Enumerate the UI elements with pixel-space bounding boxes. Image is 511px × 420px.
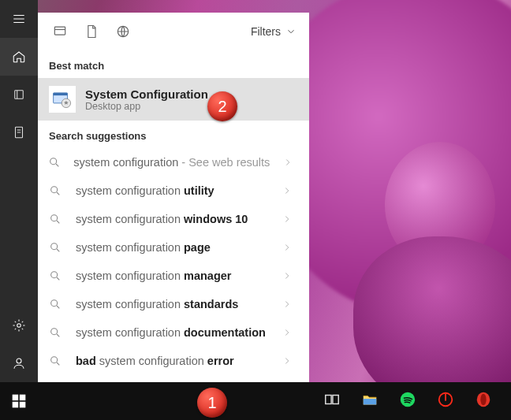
spotify-icon[interactable]: [399, 391, 416, 411]
desktop: Filters Best match System Configuration …: [0, 0, 511, 420]
annotation-badge-2: 2: [207, 91, 237, 121]
suggestion-text: system configuration standards: [76, 298, 268, 310]
search-icon: [43, 292, 68, 317]
suggestion-text: system configuration - See web results: [73, 156, 270, 169]
svg-rect-18: [13, 395, 19, 401]
svg-rect-24: [364, 399, 377, 404]
chevron-right-icon[interactable]: [276, 293, 298, 315]
chevron-right-icon[interactable]: [276, 350, 298, 372]
search-icon: [43, 235, 68, 260]
best-match-result[interactable]: System Configuration Desktop app: [38, 78, 309, 121]
svg-rect-23: [333, 396, 338, 404]
annotation-badge-1: 1: [197, 388, 227, 418]
chevron-right-icon[interactable]: [276, 208, 298, 230]
search-suggestion[interactable]: system configuration page: [38, 233, 309, 262]
svg-point-3: [17, 359, 21, 363]
svg-point-14: [51, 300, 58, 307]
svg-rect-21: [20, 402, 26, 407]
svg-rect-22: [326, 396, 331, 404]
search-suggestion[interactable]: system configuration - See web results: [38, 148, 309, 177]
svg-rect-0: [15, 91, 24, 99]
scope-documents-icon[interactable]: [76, 16, 107, 47]
search-suggestion[interactable]: system configuration standards: [38, 290, 309, 318]
search-suggestions-list: system configuration - See web resultssy…: [38, 148, 309, 375]
file-explorer-icon[interactable]: [361, 391, 379, 411]
chevron-right-icon[interactable]: [276, 265, 298, 287]
suggestion-text: system configuration documentation: [76, 326, 268, 339]
search-suggestion[interactable]: system configuration documentation: [38, 318, 309, 347]
taskbar-pinned-apps: [309, 391, 492, 411]
chevron-right-icon[interactable]: [276, 236, 298, 258]
best-match-heading: Best match: [38, 50, 309, 78]
search-icon: [43, 178, 68, 203]
filters-dropdown[interactable]: Filters: [244, 25, 303, 38]
settings-gear-icon[interactable]: [0, 307, 38, 344]
hamburger-icon[interactable]: [0, 0, 38, 38]
scope-apps-icon[interactable]: [44, 16, 76, 47]
search-results-panel: Filters Best match System Configuration …: [38, 13, 309, 382]
chevron-right-icon[interactable]: [276, 180, 298, 202]
suggestion-text: bad system configuration error: [76, 355, 268, 367]
start-button[interactable]: [0, 382, 38, 420]
svg-point-13: [51, 272, 58, 278]
svg-point-10: [51, 187, 58, 193]
search-icon: [43, 206, 68, 232]
svg-rect-20: [13, 402, 19, 407]
svg-point-15: [51, 329, 58, 335]
best-match-subtitle: Desktop app: [85, 101, 208, 112]
svg-rect-4: [54, 27, 65, 35]
task-view-button[interactable]: [323, 391, 341, 411]
suggestion-text: system configuration page: [76, 241, 268, 254]
search-suggestion[interactable]: system configuration windows 10: [38, 205, 309, 233]
taskbar: [0, 382, 511, 420]
svg-point-2: [17, 324, 21, 328]
scope-web-icon[interactable]: [107, 16, 139, 47]
search-icon: [43, 263, 68, 288]
suggestion-text: system configuration manager: [76, 269, 268, 282]
search-icon: [43, 348, 68, 374]
search-suggestion[interactable]: system configuration manager: [38, 262, 309, 290]
system-configuration-app-icon: [49, 86, 76, 113]
chevron-down-icon: [285, 26, 297, 37]
search-scope-tabs: Filters: [38, 13, 309, 50]
svg-point-11: [51, 215, 58, 221]
chevron-right-icon[interactable]: [276, 322, 298, 344]
suggestion-text: system configuration utility: [76, 184, 268, 197]
svg-rect-7: [54, 93, 68, 95]
search-icon: [43, 150, 65, 175]
opera-icon[interactable]: [475, 391, 492, 411]
suggestion-text: system configuration windows 10: [76, 213, 268, 225]
best-match-title: System Configuration: [85, 87, 208, 101]
search-suggestion[interactable]: system configuration utility: [38, 177, 309, 205]
documents-icon[interactable]: [0, 113, 38, 151]
svg-point-28: [480, 394, 486, 406]
svg-point-16: [51, 357, 58, 363]
power-icon[interactable]: [437, 391, 454, 411]
account-icon[interactable]: [0, 344, 38, 382]
svg-point-9: [50, 158, 56, 165]
start-left-rail: [0, 0, 38, 382]
svg-rect-19: [20, 395, 26, 401]
search-icon: [43, 320, 68, 345]
chevron-right-icon[interactable]: [278, 151, 298, 173]
apps-icon[interactable]: [0, 76, 38, 113]
search-suggestion[interactable]: bad system configuration error: [38, 347, 309, 375]
filters-label: Filters: [251, 25, 281, 38]
suggestions-heading: Search suggestions: [38, 121, 309, 148]
svg-point-12: [51, 243, 58, 250]
home-icon[interactable]: [0, 38, 38, 76]
